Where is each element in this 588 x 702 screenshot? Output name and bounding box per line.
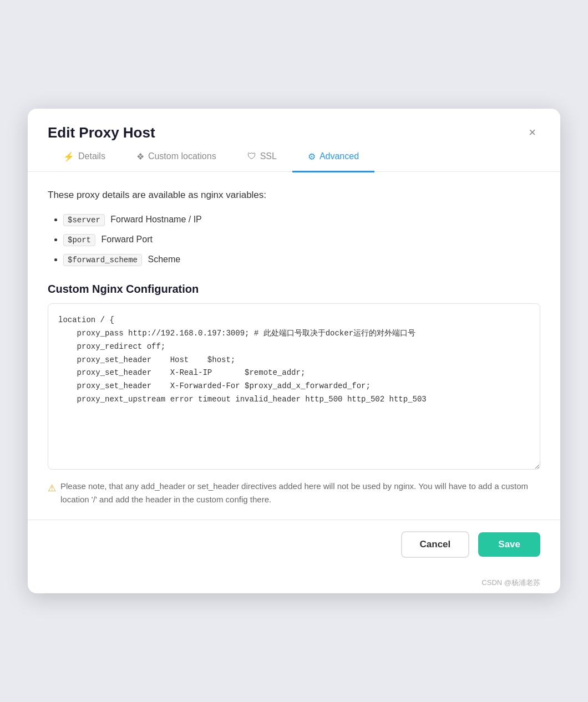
lightning-icon: ⚡ <box>63 151 74 162</box>
modal-footer: Cancel Save <box>28 520 560 574</box>
cancel-button[interactable]: Cancel <box>401 531 470 558</box>
config-textarea[interactable] <box>48 303 540 470</box>
list-item: $forward_scheme Scheme <box>63 253 540 266</box>
warning-box: ⚠ Please note, that any add_header or se… <box>48 480 540 506</box>
info-text: These proxy details are available as ngi… <box>48 190 540 201</box>
variables-list: $server Forward Hostname / IP $port Forw… <box>48 213 540 266</box>
variable-desc-scheme: Scheme <box>148 255 180 264</box>
list-item: $port Forward Port <box>63 233 540 246</box>
list-item: $server Forward Hostname / IP <box>63 213 540 226</box>
warning-text: Please note, that any add_header or set_… <box>60 480 540 506</box>
section-title: Custom Nginx Configuration <box>48 283 540 296</box>
edit-proxy-host-modal: Edit Proxy Host × ⚡ Details ❖ Custom loc… <box>28 109 560 594</box>
close-button[interactable]: × <box>524 124 540 141</box>
modal-header: Edit Proxy Host × <box>28 109 560 141</box>
layers-icon: ❖ <box>136 151 144 162</box>
tab-bar: ⚡ Details ❖ Custom locations 🛡 SSL ⚙ Adv… <box>28 141 560 172</box>
tab-advanced[interactable]: ⚙ Advanced <box>292 141 374 172</box>
watermark: CSDN @杨浦老苏 <box>28 574 560 593</box>
gear-icon: ⚙ <box>308 151 316 162</box>
modal-title: Edit Proxy Host <box>48 124 155 141</box>
shield-icon: 🛡 <box>247 151 256 161</box>
tab-ssl[interactable]: 🛡 SSL <box>232 141 292 172</box>
variable-desc-port: Forward Port <box>101 235 152 244</box>
code-port: $port <box>63 234 95 246</box>
warning-icon: ⚠ <box>48 481 56 496</box>
variable-desc-server: Forward Hostname / IP <box>110 215 202 224</box>
tab-details[interactable]: ⚡ Details <box>48 141 121 172</box>
code-server: $server <box>63 214 105 226</box>
save-button[interactable]: Save <box>478 532 540 557</box>
code-forward-scheme: $forward_scheme <box>63 254 142 266</box>
modal-body: These proxy details are available as ngi… <box>28 172 560 520</box>
tab-custom-locations[interactable]: ❖ Custom locations <box>121 141 232 172</box>
